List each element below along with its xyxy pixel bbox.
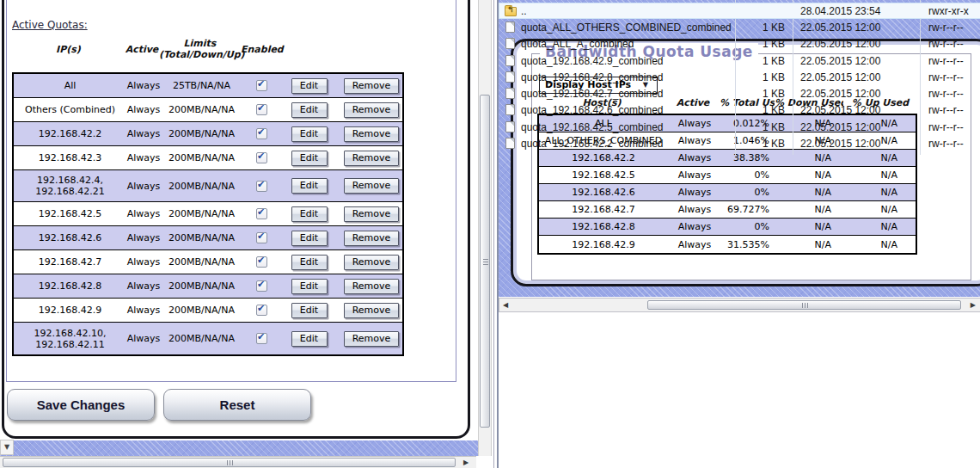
quota-row: 192.168.42.7 Always 200MB/NA/NA ✔ Edit R… [14,250,402,274]
usage-row: 192.168.42.8 Always 0% N/A N/A [539,219,916,236]
file-icon [505,22,515,33]
right-horizontal-scrollbar[interactable]: ◀ ▶ [499,298,980,312]
file-row[interactable]: quota_192.168.42.9_combined 1 KB 22.05.2… [499,52,980,69]
scrollbar-grip [483,262,488,262]
quota-ips: 192.168.42.4,192.168.42.21 [14,175,126,197]
quota-ips: 192.168.42.9 [14,305,126,316]
quota-ips: 192.168.42.6 [14,232,126,243]
left-vertical-scrollbar[interactable] [478,0,492,456]
usage-host: 192.168.42.5 [539,169,668,181]
enabled-checkbox[interactable]: ✔ [256,305,267,316]
remove-button[interactable]: Remove [344,331,399,347]
file-row[interactable]: ↰ .. 28.04.2015 23:54 rwxr-xr-x [499,3,980,19]
file-date: 22.05.2015 12:00 [793,121,920,133]
usage-active: Always [668,187,721,198]
active-quotas-title: Active Quotas: [12,19,88,31]
checkmark-icon: ✔ [257,303,265,314]
remove-button[interactable]: Remove [344,231,399,246]
enabled-checkbox[interactable]: ✔ [256,333,267,344]
scrollbar-grip [805,303,805,308]
usage-host: 192.168.42.8 [539,221,668,232]
enabled-checkbox[interactable]: ✔ [256,104,267,115]
file-row[interactable]: quota_192.168.42.7_combined 1 KB 22.05.2… [499,85,980,102]
quota-limits: 25TB/NA/NA [161,80,242,91]
scroll-right-button[interactable]: ▶ [456,457,475,468]
enabled-checkbox[interactable]: ✔ [256,152,267,163]
remove-button[interactable]: Remove [344,206,399,222]
remove-button[interactable]: Remove [344,78,399,94]
quota-ips: All [14,80,126,91]
file-size: 1 KB [735,121,793,133]
usage-row: 192.168.42.5 Always 0% N/A N/A [539,167,916,184]
enabled-checkbox[interactable]: ✔ [256,280,267,292]
file-row[interactable]: quota_ALL_OTHERS_COMBINED_combined 1 KB … [499,19,980,35]
file-date: 22.05.2015 12:00 [793,88,920,100]
edit-button[interactable]: Edit [291,102,328,118]
edit-button[interactable]: Edit [291,231,328,246]
remove-button[interactable]: Remove [344,151,399,166]
quota-row: 192.168.42.10,192.168.42.11 Always 200MB… [14,323,402,354]
usage-up: N/A [845,204,919,215]
edit-button[interactable]: Edit [291,331,328,347]
file-name: quota_192.168.42.6_combined [499,104,735,116]
edit-button[interactable]: Edit [291,151,328,166]
file-size: 1 KB [735,55,793,67]
file-row[interactable]: quota_192.168.42.5_combined 1 KB 22.05.2… [499,119,980,135]
left-horizontal-scrollbar[interactable] [0,456,476,468]
file-permissions: rw-r--r-- [920,38,980,50]
edit-button[interactable]: Edit [291,279,328,294]
quota-ips: 192.168.42.10,192.168.42.11 [14,328,126,350]
usage-row: 192.168.42.2 Always 38.38% N/A N/A [539,150,916,167]
usage-total: 0% [721,187,776,198]
save-changes-button[interactable]: Save Changes [7,389,155,421]
quota-active: Always [126,280,161,292]
quota-active: Always [126,181,161,192]
file-size: 1 KB [735,88,793,100]
enabled-checkbox[interactable]: ✔ [256,232,267,243]
file-row[interactable]: quota_192.168.42.8_combined 1 KB 22.05.2… [499,69,980,85]
file-row[interactable]: quota_192.168.42.2_combined 1 KB 22.05.2… [499,135,980,151]
scrollbar-grip [230,460,230,465]
left-horizontal-scrollbar-thumb[interactable] [3,458,456,467]
usage-active: Always [668,239,721,250]
remove-button[interactable]: Remove [344,102,399,118]
enabled-checkbox[interactable]: ✔ [256,256,267,268]
usage-down: N/A [776,204,845,215]
active-quotas-page: Active Quotas: IP(s) Active Limits (Tota… [0,0,494,468]
remove-button[interactable]: Remove [344,126,399,142]
edit-button[interactable]: Edit [291,78,328,94]
quota-active: Always [126,333,161,344]
enabled-checkbox[interactable]: ✔ [256,208,267,219]
enabled-checkbox[interactable]: ✔ [256,181,267,192]
scroll-down-button[interactable]: ▼ [0,440,14,455]
left-vertical-scrollbar-thumb[interactable] [480,95,490,428]
header-enabled: Enabled [241,44,279,55]
bandwidth-usage-page: Bandwidth Quota Usage Display Host IPs ▼… [497,0,980,468]
edit-button[interactable]: Edit [291,178,328,194]
enabled-checkbox[interactable]: ✔ [256,80,267,91]
file-date: 28.04.2015 23:54 [793,5,920,17]
file-permissions: rw-r--r-- [920,104,980,116]
reset-button[interactable]: Reset [163,389,311,421]
file-name: quota_ALL_OTHERS_COMBINED_combined [499,22,735,34]
quota-ips: 192.168.42.3 [14,152,126,163]
quota-ips: 192.168.42.7 [14,256,126,268]
file-name: quota_192.168.42.9_combined [499,55,735,67]
file-icon [505,138,515,149]
file-row[interactable]: quota_ALL_A_combined 1 KB 22.05.2015 12:… [499,36,980,52]
enabled-checkbox[interactable]: ✔ [256,128,267,139]
file-row[interactable]: quota_192.168.42.6_combined 1 KB 22.05.2… [499,102,980,119]
right-horizontal-scrollbar-thumb[interactable] [647,300,961,310]
edit-button[interactable]: Edit [291,255,328,270]
remove-button[interactable]: Remove [344,279,399,294]
usage-total: 0% [721,169,776,181]
remove-button[interactable]: Remove [344,255,399,270]
quota-active: Always [126,128,161,139]
edit-button[interactable]: Edit [291,126,328,142]
edit-button[interactable]: Edit [291,303,328,318]
file-icon [505,88,515,99]
remove-button[interactable]: Remove [344,178,399,194]
remove-button[interactable]: Remove [344,303,399,318]
usage-row: 192.168.42.9 Always 31.535% N/A N/A [539,236,916,253]
edit-button[interactable]: Edit [291,206,328,222]
